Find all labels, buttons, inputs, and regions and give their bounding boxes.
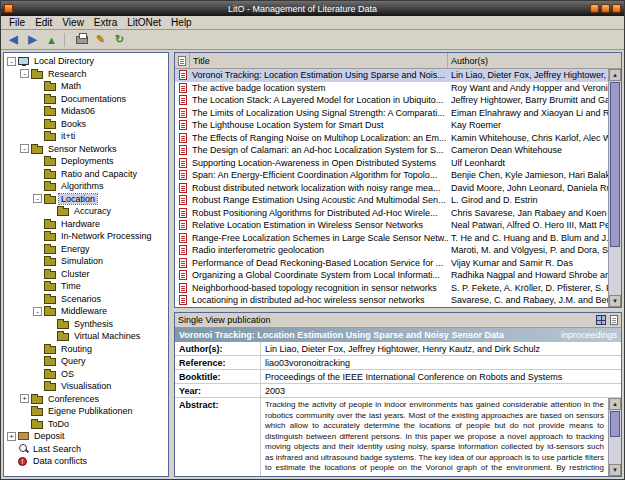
table-scrollbar[interactable]: ▲ ▼	[608, 69, 621, 307]
publication-doc-icon	[175, 245, 190, 255]
scroll-down-icon[interactable]: ▼	[609, 464, 621, 476]
tree-item-eigene-publikationen[interactable]: Eigene Publikationen	[4, 405, 168, 418]
tree-item-last-search[interactable]: Last Search	[4, 443, 168, 456]
tree-item-in-network-processing[interactable]: In-Network Processing	[4, 230, 168, 243]
tree-item-deployments[interactable]: Deployments	[4, 155, 168, 168]
table-row[interactable]: The Location Stack: A Layered Model for …	[175, 94, 621, 107]
cell-authors: Neal Patwari, Alfred O. Hero III, Matt P…	[448, 220, 621, 230]
table-row[interactable]: Organizing a Global Coordinate System fr…	[175, 269, 621, 282]
tree-item-todo[interactable]: ToDo	[4, 418, 168, 431]
tree-item-time[interactable]: Time	[4, 280, 168, 293]
tree-item-research[interactable]: -Research	[4, 68, 168, 81]
edit-icon[interactable]: ✎	[92, 32, 109, 48]
tree-item-location[interactable]: -Location	[4, 193, 168, 206]
tree-item-label: Visualisation	[59, 381, 113, 391]
tree-item-energy[interactable]: Energy	[4, 243, 168, 256]
scrollbar-thumb[interactable]	[610, 411, 620, 437]
collapse-toggle-icon[interactable]: -	[20, 144, 29, 153]
cell-title: Radio interferometric geolocation	[190, 245, 448, 255]
back-icon[interactable]: ◀	[5, 32, 22, 48]
table-row[interactable]: The Design of Calamari: an Ad-hoc Locali…	[175, 144, 621, 157]
table-row[interactable]: Performance of Dead Reckoning-Based Loca…	[175, 257, 621, 270]
expand-toggle-icon[interactable]: +	[7, 432, 16, 441]
menu-file[interactable]: File	[4, 17, 30, 28]
scroll-up-icon[interactable]: ▲	[609, 69, 621, 81]
tree-item-middleware[interactable]: -Middleware	[4, 305, 168, 318]
menu-extra[interactable]: Extra	[89, 17, 122, 28]
table-row[interactable]: Neighborhood-based topology recognition …	[175, 282, 621, 295]
table-row[interactable]: Relative Location Estimation in Wireless…	[175, 219, 621, 232]
table-row[interactable]: Range-Free Localization Schemes in Large…	[175, 232, 621, 245]
tree-item-synthesis[interactable]: Synthesis	[4, 318, 168, 331]
table-row[interactable]: Supporting Location-Awareness in Open Di…	[175, 157, 621, 170]
table-row[interactable]: The Effects of Ranging Noise on Multihop…	[175, 132, 621, 145]
publication-doc-icon	[175, 70, 190, 80]
table-row[interactable]: The Lighthouse Location System for Smart…	[175, 119, 621, 132]
collapse-toggle-icon[interactable]: -	[33, 307, 42, 316]
menu-view[interactable]: View	[57, 17, 89, 28]
minimize-button[interactable]	[590, 4, 599, 13]
table-row[interactable]: The Limits of Localization Using Signal …	[175, 107, 621, 120]
tree-item-books[interactable]: Books	[4, 118, 168, 131]
expand-view-icon[interactable]	[596, 315, 606, 325]
app-icon	[4, 4, 13, 13]
tree-item-query[interactable]: Query	[4, 355, 168, 368]
tree-item-midas06[interactable]: Midas06	[4, 105, 168, 118]
print-icon[interactable]	[73, 32, 90, 48]
title-column-header[interactable]: Title	[190, 53, 448, 68]
table-row[interactable]: Span: An Energy-Efficient Coordination A…	[175, 169, 621, 182]
tree-item-documentations[interactable]: Documentations	[4, 93, 168, 106]
tree-item-routing[interactable]: Routing	[4, 343, 168, 356]
folder-icon	[44, 108, 56, 116]
authors-column-header[interactable]: Author(s)	[448, 53, 621, 68]
tree-item-accuracy[interactable]: Accuracy	[4, 205, 168, 218]
abstract-scrollbar[interactable]: ▲ ▼	[608, 398, 621, 476]
up-icon[interactable]: ▲	[43, 32, 60, 48]
forward-icon[interactable]: ▶	[24, 32, 41, 48]
collapse-toggle-icon[interactable]: -	[7, 57, 16, 66]
close-button[interactable]	[612, 4, 621, 13]
maximize-button[interactable]	[601, 4, 610, 13]
table-row[interactable]: Locationing in distributed ad-hoc wirele…	[175, 294, 621, 307]
table-row[interactable]: Robust Positioning Algorithms for Distri…	[175, 207, 621, 220]
refresh-icon[interactable]: ↻	[111, 32, 128, 48]
tree-item-visualisation[interactable]: Visualisation	[4, 380, 168, 393]
table-row[interactable]: Voronoi Tracking: Location Estimation Us…	[175, 69, 621, 82]
expand-toggle-icon[interactable]: +	[20, 394, 29, 403]
tree-item-scenarios[interactable]: Scenarios	[4, 293, 168, 306]
detail-fields: Author(s):Lin Liao, Dieter Fox, Jeffrey …	[175, 342, 621, 398]
cell-title: Robust Positioning Algorithms for Distri…	[190, 208, 448, 218]
title-bar[interactable]: LitO - Management of Literature Data	[1, 1, 624, 16]
tree-item-hardware[interactable]: Hardware	[4, 218, 168, 231]
edit-publication-icon[interactable]	[610, 315, 618, 325]
menu-help[interactable]: Help	[166, 17, 197, 28]
tree-item-math[interactable]: Math	[4, 80, 168, 93]
tree-item-virtual-machines[interactable]: Virtual Machines	[4, 330, 168, 343]
table-row[interactable]: Robust distributed network localization …	[175, 182, 621, 195]
scrollbar-thumb[interactable]	[610, 82, 620, 247]
scroll-up-icon[interactable]: ▲	[609, 398, 621, 410]
folder-icon	[44, 171, 56, 179]
attachment-column-header[interactable]	[175, 53, 190, 68]
cell-title: Range-Free Localization Schemes in Large…	[190, 233, 448, 243]
tree-item-algorithms[interactable]: Algorithms	[4, 180, 168, 193]
menu-litonet[interactable]: LitONet	[122, 17, 166, 28]
collapse-toggle-icon[interactable]: -	[33, 194, 42, 203]
tree-item-deposit[interactable]: +Deposit	[4, 430, 168, 443]
scroll-down-icon[interactable]: ▼	[609, 295, 621, 307]
tree-item-os[interactable]: OS	[4, 368, 168, 381]
table-row[interactable]: Radio interferometric geolocationMaroti,…	[175, 244, 621, 257]
tree-item-sensor-networks[interactable]: -Sensor Networks	[4, 143, 168, 156]
menu-edit[interactable]: Edit	[30, 17, 57, 28]
collapse-toggle-icon[interactable]: -	[20, 69, 29, 78]
tree-item-data-conflicts[interactable]: Data conflicts	[4, 455, 168, 468]
tree-item-local-directory[interactable]: -Local Directory	[4, 55, 168, 68]
table-row[interactable]: The active badge location systemRoy Want…	[175, 82, 621, 95]
table-row[interactable]: Robust Range Estimation Using Acoustic A…	[175, 194, 621, 207]
tree-item-cluster[interactable]: Cluster	[4, 268, 168, 281]
field-row-booktitle: Booktitle:Proceedings of the IEEE Intern…	[175, 370, 621, 384]
tree-item-conferences[interactable]: +Conferences	[4, 393, 168, 406]
tree-item-it-ti[interactable]: it+ti	[4, 130, 168, 143]
tree-item-simulation[interactable]: Simulation	[4, 255, 168, 268]
tree-item-ratio-and-capacity[interactable]: Ratio and Capacity	[4, 168, 168, 181]
